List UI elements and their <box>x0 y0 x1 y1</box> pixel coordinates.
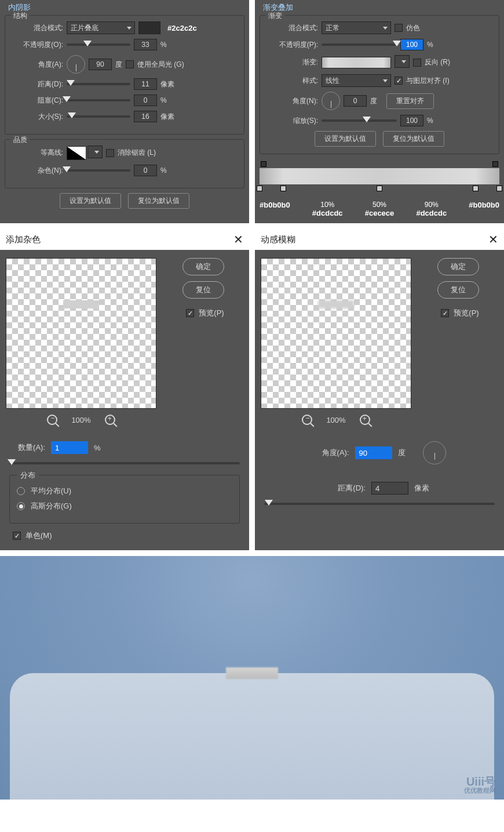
opacity-label: 不透明度(O): <box>10 40 63 50</box>
blend-mode-label: 混合模式: <box>265 23 318 33</box>
global-light-checkbox[interactable] <box>126 60 134 68</box>
contour-picker[interactable] <box>67 146 86 160</box>
reset-button[interactable]: 复位 <box>437 281 479 299</box>
angle-label: 角度(A): <box>313 448 349 458</box>
result-render: Uiii号 优优教程网 <box>0 556 504 800</box>
dialog-title: 添加杂色 <box>6 234 41 245</box>
angle-input[interactable] <box>344 95 367 107</box>
preview-canvas[interactable] <box>6 258 156 409</box>
style-select[interactable]: 线性 <box>322 74 391 87</box>
preview-canvas[interactable] <box>261 258 411 409</box>
amount-slider[interactable] <box>9 462 240 464</box>
color-stop[interactable] <box>377 186 382 191</box>
ok-button[interactable]: 确定 <box>437 258 479 275</box>
unit-deg: 度 <box>370 96 377 106</box>
antialias-label: 消除锯齿 (L) <box>118 148 156 158</box>
unit-pct: % <box>160 41 167 49</box>
color-stop[interactable] <box>280 186 286 191</box>
align-layer-label: 与图层对齐 (I) <box>406 76 450 86</box>
distribution-group: 分布 平均分布(U) 高斯分布(G) <box>9 475 240 524</box>
reverse-label: 反向 (R) <box>425 57 450 67</box>
unit-pct: % <box>427 41 433 49</box>
gradient-editor: #b0b0b0 10%#dcdcdc 50%#cecece 90%#dcdcdc… <box>260 161 499 217</box>
reverse-checkbox[interactable] <box>413 59 421 67</box>
distance-input[interactable] <box>134 78 157 90</box>
fieldset-label: 渐变 <box>266 11 284 21</box>
size-input[interactable] <box>134 111 157 122</box>
preview-label: 预览(P) <box>199 308 224 318</box>
color-swatch[interactable] <box>138 21 160 34</box>
gradient-dropdown[interactable] <box>395 55 410 68</box>
align-layer-checkbox[interactable] <box>395 77 403 85</box>
zoom-in-icon[interactable] <box>105 415 115 425</box>
blend-mode-select[interactable]: 正常 <box>322 21 391 34</box>
size-slider[interactable] <box>67 115 130 118</box>
preview-checkbox[interactable] <box>441 309 449 317</box>
uniform-label: 平均分布(U) <box>31 486 71 496</box>
ok-button[interactable]: 确定 <box>182 258 224 275</box>
angle-dial[interactable] <box>67 55 85 74</box>
choke-slider[interactable] <box>67 99 130 101</box>
panel-title: 内阴影 <box>5 2 244 13</box>
distribution-label: 分布 <box>17 470 39 481</box>
preview-label: 预览(P) <box>454 308 479 318</box>
gaussian-radio[interactable] <box>17 502 25 510</box>
color-stop[interactable] <box>473 186 479 191</box>
blend-mode-label: 混合模式: <box>10 23 63 33</box>
blend-mode-select[interactable]: 正片叠底 <box>67 21 135 34</box>
zoom-out-icon[interactable] <box>47 415 57 425</box>
set-default-button[interactable]: 设置为默认值 <box>60 193 121 209</box>
opacity-stop[interactable] <box>492 161 498 167</box>
gradient-preview[interactable] <box>322 57 391 68</box>
distance-label: 距离(D): <box>330 483 366 493</box>
choke-input[interactable] <box>134 95 157 106</box>
zoom-out-icon[interactable] <box>302 415 312 425</box>
angle-dial[interactable] <box>423 441 446 464</box>
reset-button[interactable]: 复位 <box>182 281 224 299</box>
close-icon[interactable]: ✕ <box>488 232 498 246</box>
angle-label: 角度(N): <box>265 96 318 106</box>
opacity-stop[interactable] <box>261 161 266 167</box>
distance-slider[interactable] <box>264 503 495 505</box>
reset-default-button[interactable]: 复位为默认值 <box>128 193 189 209</box>
mono-checkbox[interactable] <box>13 532 21 540</box>
antialias-checkbox[interactable] <box>106 149 114 157</box>
global-light-label: 使用全局光 (G) <box>137 60 184 70</box>
scale-input[interactable] <box>400 115 423 126</box>
unit-deg: 度 <box>115 60 122 70</box>
opacity-input[interactable] <box>400 39 423 50</box>
opacity-slider[interactable] <box>67 43 130 46</box>
panel-title: 渐变叠加 <box>260 2 499 13</box>
angle-label: 角度(A): <box>10 60 63 70</box>
noise-slider[interactable] <box>67 169 130 172</box>
angle-input[interactable] <box>89 59 112 70</box>
noise-input[interactable] <box>134 165 157 176</box>
set-default-button[interactable]: 设置为默认值 <box>315 131 376 147</box>
uniform-radio[interactable] <box>17 487 25 495</box>
close-icon[interactable]: ✕ <box>233 232 243 246</box>
gradient-bar[interactable] <box>260 168 499 184</box>
size-label: 大小(S): <box>10 112 63 122</box>
reset-align-button[interactable]: 重置对齐 <box>386 93 434 109</box>
angle-dial[interactable] <box>322 92 340 110</box>
preview-checkbox[interactable] <box>186 309 194 317</box>
distance-slider[interactable] <box>67 83 130 85</box>
color-stop[interactable] <box>496 186 502 191</box>
distance-input[interactable] <box>371 482 408 495</box>
contour-dropdown[interactable] <box>87 146 103 158</box>
contour-label: 等高线: <box>10 148 63 158</box>
inner-shadow-panel: 内阴影 结构 混合模式: 正片叠底 #2c2c2c 不透明度(O): % 角度(… <box>0 0 249 223</box>
scale-slider[interactable] <box>322 119 397 122</box>
opacity-input[interactable] <box>134 39 157 50</box>
unit-px: 像素 <box>414 483 429 493</box>
amount-input[interactable] <box>51 441 88 454</box>
color-stop[interactable] <box>257 186 262 191</box>
dither-label: 仿色 <box>406 23 420 33</box>
dither-checkbox[interactable] <box>395 24 403 32</box>
gaussian-label: 高斯分布(G) <box>31 501 72 511</box>
opacity-slider[interactable] <box>322 43 397 46</box>
zoom-in-icon[interactable] <box>360 415 370 425</box>
structure-fieldset: 结构 混合模式: 正片叠底 #2c2c2c 不透明度(O): % 角度(A): … <box>5 15 244 135</box>
angle-input[interactable] <box>355 446 392 459</box>
reset-default-button[interactable]: 复位为默认值 <box>383 131 444 147</box>
